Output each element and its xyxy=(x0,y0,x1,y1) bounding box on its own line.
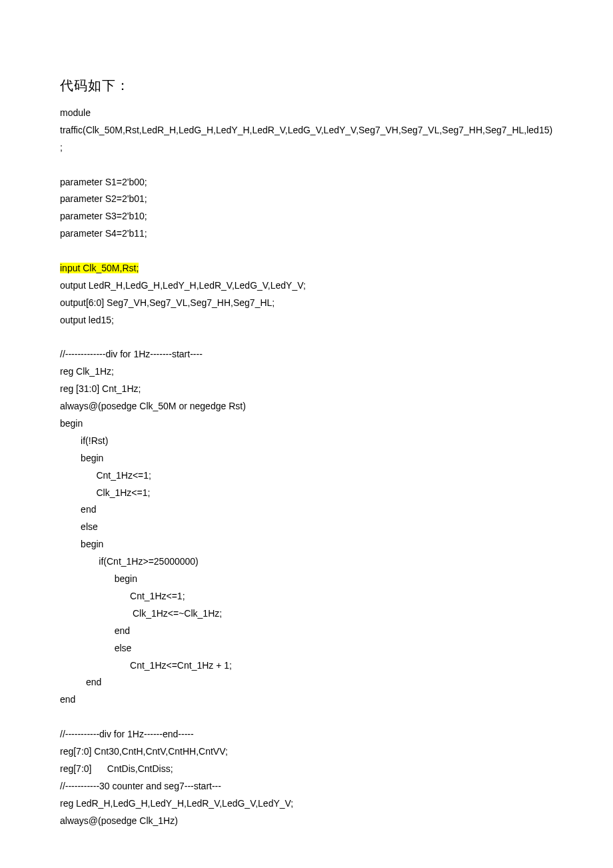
code-line: module xyxy=(60,105,553,122)
code-line: always@(posedge Clk_1Hz) xyxy=(60,813,553,830)
code-line: Cnt_1Hz<=1; xyxy=(60,588,553,605)
code-line: output LedR_H,LedG_H,LedY_H,LedR_V,LedG_… xyxy=(60,277,553,295)
code-line: begin xyxy=(60,450,553,467)
code-line: end xyxy=(60,691,553,709)
document-page: 代码如下： moduletraffic(Clk_50M,Rst,LedR_H,L… xyxy=(0,0,613,868)
code-line: end xyxy=(60,674,553,691)
code-line: traffic(Clk_50M,Rst,LedR_H,LedG_H,LedY_H… xyxy=(60,122,553,139)
code-line: parameter S3=2'b10; xyxy=(60,208,553,225)
code-line: Cnt_1Hz<=Cnt_1Hz + 1; xyxy=(60,657,553,675)
code-line: reg[7:0] Cnt30,CntH,CntV,CntHH,CntVV; xyxy=(60,743,553,761)
code-line: begin xyxy=(60,415,553,433)
code-line: begin xyxy=(60,536,553,553)
code-line: output led15; xyxy=(60,312,553,329)
code-line xyxy=(60,157,553,174)
code-line: output[6:0] Seg7_VH,Seg7_VL,Seg7_HH,Seg7… xyxy=(60,295,553,312)
code-line xyxy=(60,709,553,726)
code-line: end xyxy=(60,623,553,640)
code-line: parameter S1=2'b00; xyxy=(60,174,553,191)
code-line: reg [31:0] Cnt_1Hz; xyxy=(60,381,553,398)
code-line: ; xyxy=(60,139,553,157)
code-line: //-----------30 counter and seg7---start… xyxy=(60,778,553,795)
code-line: //-----------div for 1Hz------end----- xyxy=(60,726,553,743)
code-line: reg[7:0] CntDis,CntDiss; xyxy=(60,761,553,778)
code-line: reg LedR_H,LedG_H,LedY_H,LedR_V,LedG_V,L… xyxy=(60,795,553,813)
code-line xyxy=(60,329,553,347)
code-line: else xyxy=(60,640,553,657)
code-line: end xyxy=(60,501,553,519)
code-line: parameter S2=2'b01; xyxy=(60,191,553,208)
page-heading: 代码如下： xyxy=(60,73,553,98)
code-block: moduletraffic(Clk_50M,Rst,LedR_H,LedG_H,… xyxy=(60,105,553,829)
highlighted-text: input Clk_50M,Rst; xyxy=(60,263,139,273)
code-line: //-------------div for 1Hz-------start--… xyxy=(60,346,553,363)
code-line: Clk_1Hz<=1; xyxy=(60,485,553,502)
code-line: Clk_1Hz<=~Clk_1Hz; xyxy=(60,605,553,623)
code-line: reg Clk_1Hz; xyxy=(60,363,553,381)
code-line: if(Cnt_1Hz>=25000000) xyxy=(60,553,553,571)
code-line: if(!Rst) xyxy=(60,433,553,450)
code-line: input Clk_50M,Rst; xyxy=(60,260,553,277)
code-line xyxy=(60,243,553,260)
code-line: always@(posedge Clk_50M or negedge Rst) xyxy=(60,398,553,415)
code-line: Cnt_1Hz<=1; xyxy=(60,467,553,485)
code-line: parameter S4=2'b11; xyxy=(60,225,553,243)
code-line: else xyxy=(60,519,553,536)
code-line: begin xyxy=(60,571,553,588)
